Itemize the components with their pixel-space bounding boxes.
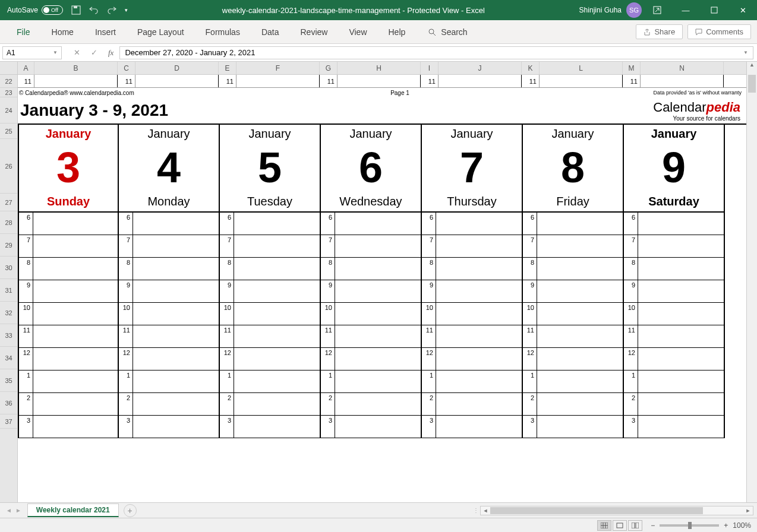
row-header-27[interactable]: 27: [0, 194, 17, 211]
hour-cell[interactable]: 11: [18, 325, 119, 348]
hour-cell[interactable]: 1: [523, 370, 624, 393]
fx-icon[interactable]: fx: [108, 48, 113, 58]
cell[interactable]: 11: [522, 75, 540, 87]
hour-cell[interactable]: 9: [523, 280, 624, 303]
hour-cell[interactable]: 8: [624, 258, 725, 280]
hour-cell[interactable]: 6: [220, 213, 321, 235]
share-button[interactable]: Share: [636, 24, 683, 39]
cell[interactable]: [338, 75, 421, 87]
user-avatar[interactable]: SG: [626, 2, 642, 18]
hour-cell[interactable]: 12: [321, 348, 422, 370]
hour-cell[interactable]: 3: [523, 416, 624, 438]
redo-icon[interactable]: [107, 5, 116, 15]
undo-icon[interactable]: [89, 5, 99, 15]
scroll-up-icon[interactable]: ▲: [747, 62, 757, 72]
hour-cell[interactable]: 6: [18, 213, 119, 235]
search-box[interactable]: Search: [428, 27, 636, 37]
hour-cell[interactable]: 1: [18, 370, 119, 393]
hour-cell[interactable]: 3: [321, 416, 422, 438]
hour-cell[interactable]: 6: [119, 213, 220, 235]
zoom-out-button[interactable]: −: [651, 521, 655, 530]
hour-cell[interactable]: 11: [119, 325, 220, 348]
hour-cell[interactable]: 8: [119, 258, 220, 280]
row-header-29[interactable]: 29: [0, 234, 17, 256]
column-header-G[interactable]: G: [320, 62, 338, 74]
hour-cell[interactable]: 7: [624, 235, 725, 258]
row-header-30[interactable]: 30: [0, 256, 17, 279]
hour-cell[interactable]: 8: [220, 258, 321, 280]
hour-cell[interactable]: 3: [18, 416, 119, 438]
hour-cell[interactable]: 1: [321, 370, 422, 393]
hour-cell[interactable]: 9: [624, 280, 725, 303]
hour-cell[interactable]: 12: [18, 348, 119, 370]
hour-cell[interactable]: 3: [624, 416, 725, 438]
hour-cell[interactable]: 2: [119, 393, 220, 416]
hour-cell[interactable]: 2: [220, 393, 321, 416]
column-header-N[interactable]: N: [641, 62, 724, 74]
hour-cell[interactable]: 8: [18, 258, 119, 280]
cell[interactable]: [439, 75, 522, 87]
hour-cell[interactable]: 6: [523, 213, 624, 235]
ribbon-options-icon[interactable]: [645, 2, 669, 18]
hour-cell[interactable]: 7: [523, 235, 624, 258]
hour-cell[interactable]: 3: [119, 416, 220, 438]
maximize-button[interactable]: [702, 2, 726, 18]
cell[interactable]: [135, 75, 219, 87]
tab-insert[interactable]: Insert: [84, 23, 127, 42]
zoom-in-button[interactable]: +: [724, 521, 728, 530]
cell[interactable]: [540, 75, 623, 87]
minimize-button[interactable]: —: [674, 2, 698, 18]
column-header-K[interactable]: K: [522, 62, 540, 74]
cell[interactable]: 11: [320, 75, 338, 87]
tab-help[interactable]: Help: [378, 23, 417, 42]
row-header-36[interactable]: 36: [0, 392, 17, 414]
column-header-L[interactable]: L: [540, 62, 623, 74]
hour-cell[interactable]: 2: [624, 393, 725, 416]
page-layout-view-button[interactable]: [613, 520, 627, 531]
tab-file[interactable]: File: [6, 23, 41, 42]
tab-page-layout[interactable]: Page Layout: [127, 23, 195, 42]
scroll-thumb[interactable]: [748, 75, 756, 93]
hour-cell[interactable]: 6: [321, 213, 422, 235]
row-header-34[interactable]: 34: [0, 347, 17, 369]
name-box[interactable]: A1 ▼: [2, 46, 62, 59]
hour-cell[interactable]: 8: [422, 258, 523, 280]
column-header-C[interactable]: C: [118, 62, 135, 74]
hour-cell[interactable]: 11: [523, 325, 624, 348]
hour-cell[interactable]: 11: [321, 325, 422, 348]
column-header-D[interactable]: D: [135, 62, 219, 74]
row-header-31[interactable]: 31: [0, 279, 17, 302]
zoom-level[interactable]: 100%: [733, 521, 751, 530]
row-header-24[interactable]: 24: [0, 97, 17, 124]
grid-content[interactable]: ABCDEFGHIJKLMN 11111111111111 © Calendar…: [18, 62, 746, 502]
row-header-26[interactable]: 26: [0, 139, 17, 194]
hour-cell[interactable]: 1: [624, 370, 725, 393]
cell[interactable]: 11: [118, 75, 135, 87]
hour-cell[interactable]: 8: [321, 258, 422, 280]
hour-cell[interactable]: 11: [220, 325, 321, 348]
hour-cell[interactable]: 11: [624, 325, 725, 348]
row-header-28[interactable]: 28: [0, 211, 17, 234]
tab-review[interactable]: Review: [290, 23, 339, 42]
hour-cell[interactable]: 12: [422, 348, 523, 370]
horizontal-scrollbar[interactable]: ◄ ►: [480, 506, 753, 515]
row-header-23[interactable]: 23: [0, 88, 17, 97]
hour-cell[interactable]: 7: [18, 235, 119, 258]
row-header-37[interactable]: 37: [0, 414, 17, 429]
hour-cell[interactable]: 8: [523, 258, 624, 280]
hour-cell[interactable]: 1: [422, 370, 523, 393]
hscroll-thumb[interactable]: [490, 507, 703, 514]
cancel-icon[interactable]: ✕: [74, 48, 80, 57]
tab-formulas[interactable]: Formulas: [195, 23, 251, 42]
hour-cell[interactable]: 2: [18, 393, 119, 416]
row-header-35[interactable]: 35: [0, 369, 17, 392]
cell[interactable]: 11: [219, 75, 236, 87]
row-header-25[interactable]: 25: [0, 124, 17, 139]
column-header-A[interactable]: A: [18, 62, 34, 74]
hour-cell[interactable]: 9: [119, 280, 220, 303]
cell[interactable]: [34, 75, 118, 87]
column-header-I[interactable]: I: [421, 62, 439, 74]
hour-cell[interactable]: 7: [422, 235, 523, 258]
hour-cell[interactable]: 9: [220, 280, 321, 303]
hour-cell[interactable]: 3: [220, 416, 321, 438]
